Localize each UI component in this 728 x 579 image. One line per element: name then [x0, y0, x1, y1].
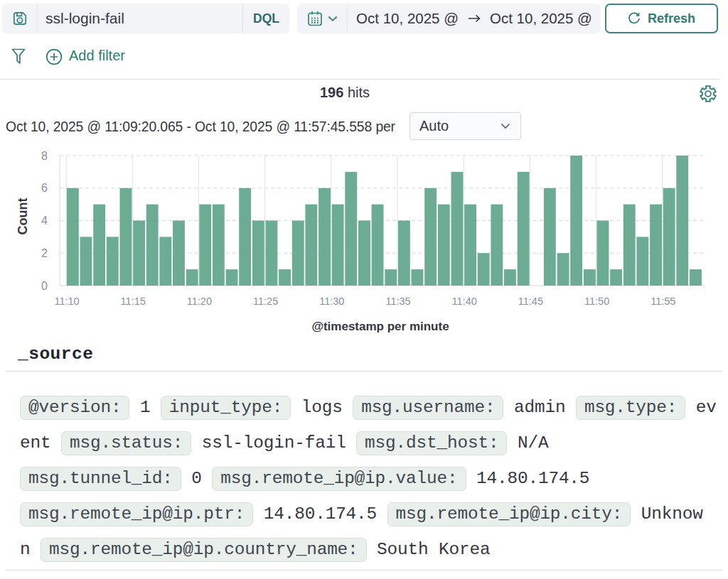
svg-text:6: 6: [41, 182, 48, 194]
svg-text:11:15: 11:15: [121, 296, 146, 307]
svg-text:11:25: 11:25: [253, 296, 278, 307]
svg-text:11:35: 11:35: [385, 296, 410, 307]
svg-text:11:30: 11:30: [319, 296, 344, 307]
svg-text:11:10: 11:10: [54, 296, 79, 307]
svg-text:@timestamp per minute: @timestamp per minute: [311, 320, 449, 333]
svg-text:11:55: 11:55: [651, 296, 675, 307]
svg-text:11:50: 11:50: [584, 296, 609, 307]
svg-text:11:40: 11:40: [452, 296, 477, 307]
svg-text:11:45: 11:45: [518, 296, 543, 307]
svg-text:Count: Count: [16, 198, 30, 235]
svg-text:11:20: 11:20: [187, 296, 212, 307]
svg-text:0: 0: [41, 280, 48, 292]
svg-text:4: 4: [41, 215, 48, 227]
svg-text:2: 2: [41, 247, 48, 259]
svg-text:8: 8: [41, 150, 48, 162]
